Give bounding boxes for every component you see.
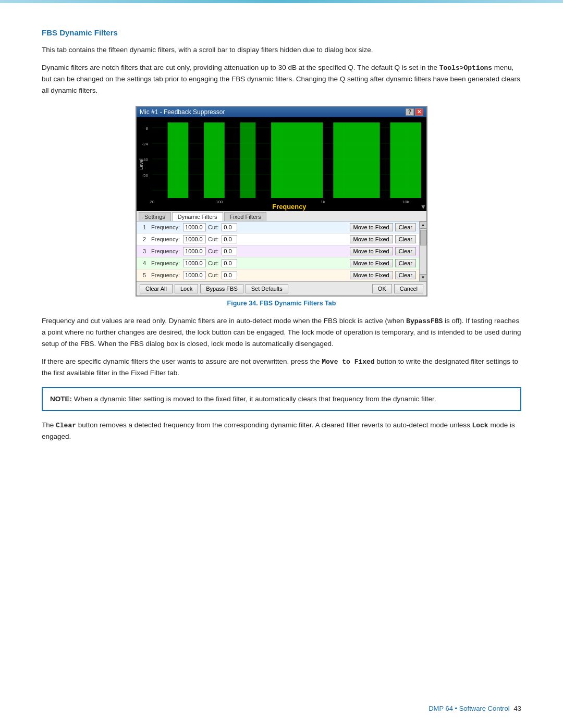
filter-row-1: 1 Frequency: Cut: Move to Fixed Clear xyxy=(137,221,419,233)
tab-bar: Settings Dynamic Filters Fixed Filters xyxy=(137,211,426,221)
bypass-fbs-btn[interactable]: Bypass FBS xyxy=(200,284,243,293)
tab-fixed-filters[interactable]: Fixed Filters xyxy=(224,212,267,221)
svg-text:20: 20 xyxy=(150,200,154,204)
tab-settings[interactable]: Settings xyxy=(139,212,171,221)
para2: Dynamic filters are notch filters that a… xyxy=(42,62,521,96)
freq-input-4[interactable] xyxy=(183,259,206,267)
row-num-3: 3 xyxy=(140,248,149,254)
note-label: NOTE: xyxy=(50,395,72,403)
cut-label-3: Cut: xyxy=(208,248,218,254)
para5-code2: Lock xyxy=(472,422,488,429)
row-num-2: 2 xyxy=(140,236,149,242)
svg-text:-24: -24 xyxy=(142,142,148,146)
clear-btn-1[interactable]: Clear xyxy=(395,223,416,231)
filter-row-4: 4 Frequency: Cut: Move to Fixed Clear xyxy=(137,257,419,269)
row-num-4: 4 xyxy=(140,260,149,266)
cut-label-4: Cut: xyxy=(208,260,218,266)
footer-text: DMP 64 • Software Control xyxy=(429,705,509,712)
svg-text:10k: 10k xyxy=(402,200,409,204)
move-to-fixed-btn-1[interactable]: Move to Fixed xyxy=(350,223,393,231)
freq-input-3[interactable] xyxy=(183,247,206,255)
svg-rect-22 xyxy=(240,122,256,198)
svg-text:Level: Level xyxy=(139,158,144,169)
cut-input-2[interactable] xyxy=(222,235,237,243)
filters-wrapper: 1 Frequency: Cut: Move to Fixed Clear 2 … xyxy=(137,221,426,281)
help-button[interactable]: ? xyxy=(406,108,414,116)
lock-btn[interactable]: Lock xyxy=(175,284,198,293)
cut-label-1: Cut: xyxy=(208,224,218,230)
para2-text1: Dynamic filters are notch filters that a… xyxy=(42,64,439,71)
svg-rect-20 xyxy=(168,122,189,198)
para3-code: BypassFBS xyxy=(406,317,443,325)
dialog-titlebar: Mic #1 - Feedback Suppressor ? ✕ xyxy=(137,107,426,117)
clear-btn-5[interactable]: Clear xyxy=(395,271,416,279)
titlebar-buttons: ? ✕ xyxy=(406,108,423,116)
clear-btn-2[interactable]: Clear xyxy=(395,235,416,243)
svg-text:-56: -56 xyxy=(142,173,148,178)
cut-input-1[interactable] xyxy=(222,223,237,231)
svg-text:1k: 1k xyxy=(321,200,325,204)
scroll-down[interactable]: ▼ xyxy=(420,274,427,281)
para5: The Clear button removes a detected freq… xyxy=(42,419,521,442)
para4-text1: If there are specific dynamic filters th… xyxy=(42,357,322,365)
scrollbar[interactable]: ▲ ▼ xyxy=(419,221,426,281)
cut-input-4[interactable] xyxy=(222,259,237,267)
para5-text1: The xyxy=(42,421,56,429)
freq-label-1: Frequency: xyxy=(151,224,180,230)
filter-row-2: 2 Frequency: Cut: Move to Fixed Clear xyxy=(137,233,419,245)
clear-btn-4[interactable]: Clear xyxy=(395,259,416,267)
cut-input-5[interactable] xyxy=(222,271,237,279)
para1: This tab contains the fifteen dynamic fi… xyxy=(42,44,521,56)
para2-code: Tools>Options xyxy=(439,64,492,72)
eq-graph: -8 -24 -40 -56 20 100 1k 10k Level xyxy=(137,117,426,211)
cut-input-3[interactable] xyxy=(222,247,237,255)
move-to-fixed-btn-3[interactable]: Move to Fixed xyxy=(350,247,393,255)
move-to-fixed-btn-2[interactable]: Move to Fixed xyxy=(350,235,393,243)
para5-text2: button removes a detected frequency from… xyxy=(76,421,472,429)
freq-label-3: Frequency: xyxy=(151,248,180,254)
svg-rect-24 xyxy=(333,122,380,198)
svg-text:Frequency: Frequency xyxy=(272,203,307,211)
freq-input-5[interactable] xyxy=(183,271,206,279)
figure-caption-text: Figure 34. FBS Dynamic Filters Tab xyxy=(227,300,336,307)
para5-code: Clear xyxy=(56,422,76,429)
filter-row-3: 3 Frequency: Cut: Move to Fixed Clear xyxy=(137,245,419,257)
set-defaults-btn[interactable]: Set Defaults xyxy=(246,284,288,293)
dialog-title: Mic #1 - Feedback Suppressor xyxy=(140,108,225,116)
cancel-btn[interactable]: Cancel xyxy=(394,284,423,293)
scroll-thumb[interactable] xyxy=(420,230,426,245)
svg-text:100: 100 xyxy=(216,200,223,204)
dialog-footer: Clear All Lock Bypass FBS Set Defaults O… xyxy=(137,281,426,295)
para3: Frequency and cut values are read only. … xyxy=(42,315,521,350)
para4: If there are specific dynamic filters th… xyxy=(42,356,521,379)
svg-rect-21 xyxy=(204,122,225,198)
move-to-fixed-btn-4[interactable]: Move to Fixed xyxy=(350,259,393,267)
svg-text:-8: -8 xyxy=(144,126,149,131)
svg-rect-23 xyxy=(271,122,323,198)
row-num-1: 1 xyxy=(140,224,149,230)
note-box: NOTE: When a dynamic filter setting is m… xyxy=(42,387,521,411)
filters-list: 1 Frequency: Cut: Move to Fixed Clear 2 … xyxy=(137,221,419,281)
svg-rect-25 xyxy=(390,122,422,198)
footer-page-num: 43 xyxy=(514,705,521,712)
tab-dynamic-filters[interactable]: Dynamic Filters xyxy=(172,212,223,221)
scroll-up[interactable]: ▲ xyxy=(420,221,427,229)
filter-row-5: 5 Frequency: Cut: Move to Fixed Clear xyxy=(137,269,419,281)
row-num-5: 5 xyxy=(140,272,149,278)
move-to-fixed-btn-5[interactable]: Move to Fixed xyxy=(350,271,393,279)
ok-btn[interactable]: OK xyxy=(372,284,392,293)
freq-input-2[interactable] xyxy=(183,235,206,243)
close-button[interactable]: ✕ xyxy=(415,108,423,116)
cut-label-5: Cut: xyxy=(208,272,218,278)
section-title: FBS Dynamic Filters xyxy=(42,28,521,37)
para3-text1: Frequency and cut values are read only. … xyxy=(42,317,406,325)
freq-label-2: Frequency: xyxy=(151,236,180,242)
svg-text:▼: ▼ xyxy=(420,203,426,211)
clear-all-btn[interactable]: Clear All xyxy=(140,284,173,293)
freq-input-1[interactable] xyxy=(183,223,206,231)
freq-label-5: Frequency: xyxy=(151,272,180,278)
freq-label-4: Frequency: xyxy=(151,260,180,266)
dialog-box: Mic #1 - Feedback Suppressor ? ✕ xyxy=(136,106,427,297)
clear-btn-3[interactable]: Clear xyxy=(395,247,416,255)
figure-caption: Figure 34. FBS Dynamic Filters Tab xyxy=(42,300,521,307)
